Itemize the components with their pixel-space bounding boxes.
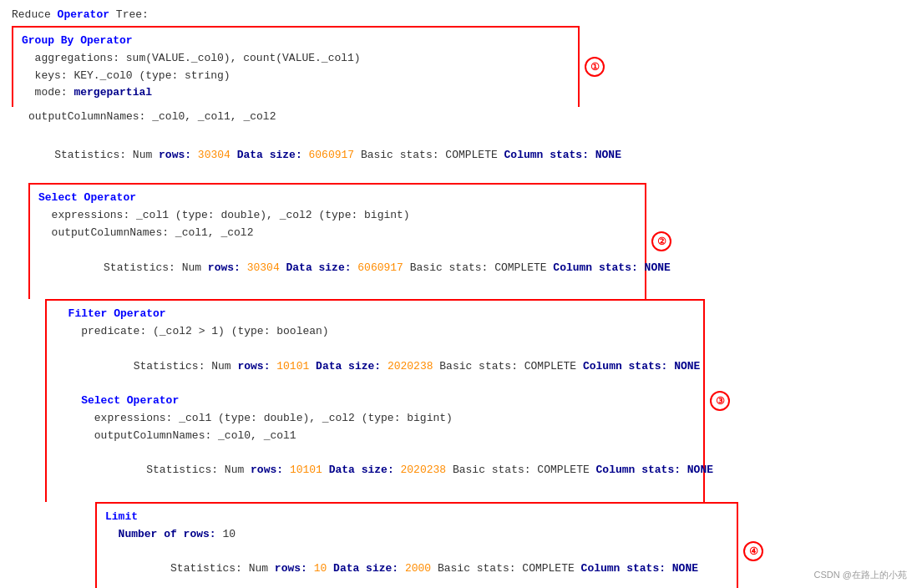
stats-line-1: Statistics: Num rows: 30304 Data size: 6… <box>12 128 905 183</box>
circle-3: ③ <box>710 391 730 411</box>
group-by-header: Group By Operator <box>22 33 570 50</box>
select-op-1-stats: Statistics: Num rows: 30304 Data size: 6… <box>38 242 636 294</box>
title-suffix: Tree: <box>109 8 149 21</box>
select-op-2-output: outputColumnNames: _col0, _col1 <box>55 428 695 445</box>
limit-rows: Number of rows: 10 <box>105 526 728 544</box>
filter-select-block: Filter Operator predicate: (_col2 > 1) (… <box>45 299 705 502</box>
group-by-operator-block: Group By Operator aggregations: sum(VALU… <box>12 26 580 107</box>
group-by-keys: keys: KEY._col0 (type: string) <box>22 68 570 85</box>
select-op-2-expressions: expressions: _col1 (type: double), _col2… <box>55 410 695 428</box>
select-op-2-header: Select Operator <box>55 393 695 410</box>
filter-op-predicate: predicate: (_col2 > 1) (type: boolean) <box>55 323 695 341</box>
main-content: Reduce Operator Tree: Group By Operator … <box>12 8 905 588</box>
filter-op-header: Filter Operator <box>55 306 695 323</box>
limit-block: Limit Number of rows: 10 Statistics: Num… <box>95 502 738 588</box>
group-by-mode: mode: mergepartial <box>22 84 570 102</box>
limit-header: Limit <box>105 509 728 526</box>
output-col-names-1: outputColumnNames: _col0, _col1, _col2 <box>12 107 905 128</box>
title-keyword: Operator <box>58 8 109 21</box>
watermark: CSDN @在路上的小苑 <box>814 569 907 581</box>
filter-op-stats: Statistics: Num rows: 10101 Data size: 2… <box>55 341 695 393</box>
circle-1: ① <box>585 57 605 77</box>
select-op-1-output: outputColumnNames: _col1, _col2 <box>38 225 636 242</box>
title-line: Reduce Operator Tree: <box>12 8 905 21</box>
title-prefix: Reduce <box>12 8 58 21</box>
circle-2: ② <box>651 231 671 251</box>
select-operator-block-1: Select Operator expressions: _col1 (type… <box>28 183 646 299</box>
select-op-1-header: Select Operator <box>38 190 636 207</box>
select-op-2-stats: Statistics: Num rows: 10101 Data size: 2… <box>55 445 695 497</box>
limit-stats: Statistics: Num rows: 10 Data size: 2000… <box>105 544 728 588</box>
circle-4: ④ <box>743 541 763 561</box>
group-by-aggregations: aggregations: sum(VALUE._col0), count(VA… <box>22 50 570 68</box>
select-op-1-expressions: expressions: _col1 (type: double), _col2… <box>38 207 636 225</box>
